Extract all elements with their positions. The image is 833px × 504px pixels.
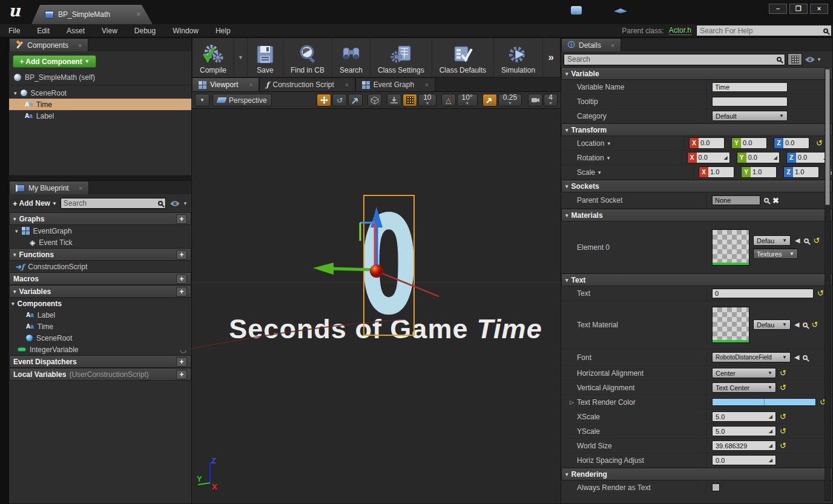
horiz-spacing-input[interactable]: 0.0◢: [712, 455, 776, 465]
add-local-variable-button[interactable]: +: [176, 370, 187, 379]
add-function-button[interactable]: +: [176, 250, 187, 260]
rotation-z-field[interactable]: Z0.0◢: [786, 152, 829, 163]
material-asset-dropdown[interactable]: Defau▼: [753, 235, 791, 246]
variable-time-row[interactable]: Aa Time: [9, 321, 191, 332]
details-tab-close-icon[interactable]: ×: [611, 42, 614, 49]
font-dropdown[interactable]: RobotoDistanceField▼: [712, 352, 791, 362]
variables-section-header[interactable]: ▾ Variables +: [9, 285, 191, 298]
tab-close-icon[interactable]: ×: [345, 82, 349, 88]
parent-class-link[interactable]: Actor.h: [669, 26, 691, 35]
maximize-button[interactable]: ❒: [789, 4, 808, 14]
graphs-section-header[interactable]: ▾ Graphs +: [9, 212, 191, 225]
details-search-input[interactable]: Search: [564, 54, 785, 65]
variable-section-header[interactable]: ▾ Variable: [561, 67, 832, 80]
always-render-checkbox[interactable]: [712, 483, 720, 491]
horizontal-alignment-dropdown[interactable]: Center▼: [712, 368, 776, 378]
xscale-input[interactable]: 5.0◢: [712, 411, 776, 422]
tooltip-input[interactable]: [712, 97, 788, 106]
find-in-cb-button[interactable]: Find in CB: [283, 38, 332, 77]
add-macro-button[interactable]: +: [176, 274, 187, 284]
collapsed-tab-strip[interactable]: [0, 38, 8, 504]
construction-script-row[interactable]: ➜ƒ ConstructionScript: [9, 261, 191, 272]
components-tab-close-icon[interactable]: ×: [78, 42, 82, 49]
reset-icon[interactable]: ↺: [813, 237, 820, 244]
visibility-filter-icon[interactable]: [170, 200, 179, 206]
yscale-input[interactable]: 5.0◢: [712, 426, 776, 436]
use-selected-asset-icon[interactable]: ◀: [794, 353, 799, 361]
scene-root-row[interactable]: ▾ SceneRoot: [9, 87, 191, 99]
text-material-thumbnail[interactable]: [712, 307, 749, 343]
scale-label[interactable]: Scale▾: [568, 168, 693, 177]
class-settings-button[interactable]: Class Settings: [370, 38, 432, 77]
text-material-dropdown[interactable]: Defau▼: [753, 319, 791, 330]
details-filter-eye-icon[interactable]: [805, 56, 814, 62]
add-dispatcher-button[interactable]: +: [176, 357, 187, 367]
feedback-icon[interactable]: [571, 6, 582, 15]
tab-viewport[interactable]: Viewport ×: [192, 77, 259, 91]
tutorial-icon[interactable]: [614, 8, 627, 13]
variable-label-row[interactable]: Aa Label: [9, 309, 191, 321]
camera-speed-button[interactable]: [528, 94, 542, 106]
location-z-field[interactable]: Z0.0: [774, 137, 809, 149]
menu-asset[interactable]: Asset: [58, 27, 93, 35]
event-tick-row[interactable]: ◈ Event Tick: [9, 237, 191, 248]
socket-search-icon[interactable]: [764, 198, 769, 203]
rendering-section-header[interactable]: ▾ Rendering: [561, 468, 832, 480]
viewport-options-dropdown[interactable]: ▼: [195, 94, 209, 106]
translate-tool-button[interactable]: [317, 94, 331, 106]
asset-tab-close-icon[interactable]: ×: [136, 10, 140, 19]
functions-section-header[interactable]: ▾ Functions +: [9, 248, 191, 261]
compile-options-dropdown[interactable]: ▼: [234, 38, 248, 77]
variable-integer-row[interactable]: IntegerVariable ◡: [9, 344, 191, 355]
location-y-field[interactable]: Y0.0: [731, 137, 767, 149]
my-blueprint-search-input[interactable]: Search: [61, 198, 166, 209]
text-input[interactable]: [712, 289, 814, 298]
details-scrollbar[interactable]: [825, 68, 831, 501]
minimize-button[interactable]: –: [769, 4, 787, 14]
label-component-row[interactable]: Aa Label: [9, 110, 191, 122]
sockets-section-header[interactable]: ▾ Sockets: [561, 180, 832, 192]
vertical-alignment-dropdown[interactable]: Text Center▼: [712, 382, 776, 393]
time-component-row[interactable]: Aa Time: [9, 99, 191, 110]
scale-z-field[interactable]: Z1.0: [783, 166, 819, 178]
expander-icon[interactable]: ▷: [570, 399, 574, 405]
use-selected-asset-icon[interactable]: ◀: [795, 237, 800, 244]
grid-snap-value-dropdown[interactable]: 10 ▼: [418, 94, 436, 106]
add-component-button[interactable]: + Add Component ▼: [13, 55, 96, 68]
chevron-down-icon[interactable]: ▼: [817, 57, 821, 62]
text-render-color-swatch[interactable]: [712, 398, 816, 406]
reset-icon[interactable]: ↺: [780, 413, 786, 421]
reset-icon[interactable]: ↺: [811, 321, 818, 329]
add-new-button[interactable]: + Add New ▼: [13, 199, 57, 208]
local-variables-section-header[interactable]: Local Variables (UserConstructionScript)…: [9, 368, 191, 381]
asset-tab[interactable]: BP_SimpleMath ×: [31, 5, 153, 24]
tab-close-icon[interactable]: ×: [425, 82, 429, 88]
my-blueprint-tab[interactable]: My Blueprint ×: [9, 181, 89, 194]
rotation-y-field[interactable]: Y0.0◢: [737, 152, 780, 163]
rotation-snap-toggle[interactable]: △: [441, 94, 456, 106]
rotation-label[interactable]: Rotation▾: [568, 154, 682, 162]
scale-y-field[interactable]: Y1.0: [741, 166, 777, 178]
browse-asset-icon[interactable]: [803, 355, 808, 360]
help-search-input[interactable]: Search For Help: [696, 25, 832, 36]
browse-asset-icon[interactable]: [803, 322, 808, 327]
simulation-button[interactable]: Simulation: [494, 38, 543, 77]
scale-snap-toggle[interactable]: [482, 94, 497, 106]
save-button[interactable]: Save: [248, 38, 283, 77]
location-x-field[interactable]: X0.0: [689, 137, 725, 149]
use-selected-asset-icon[interactable]: ◀: [794, 321, 799, 329]
add-variable-button[interactable]: +: [176, 287, 187, 296]
compile-button[interactable]: Compile: [193, 38, 234, 77]
transform-section-header[interactable]: ▾ Transform: [561, 123, 832, 136]
close-button[interactable]: ×: [810, 4, 828, 14]
event-dispatchers-section-header[interactable]: Event Dispatchers +: [9, 355, 191, 368]
coordinate-system-button[interactable]: [367, 94, 382, 106]
tab-close-icon[interactable]: ×: [249, 82, 252, 88]
reset-icon[interactable]: ↺: [780, 442, 786, 450]
transform-gizmo[interactable]: [192, 109, 561, 503]
scale-x-field[interactable]: X1.0: [699, 166, 734, 178]
expand-arrow-icon[interactable]: ▾: [15, 228, 18, 234]
macros-section-header[interactable]: Macros +: [9, 272, 191, 285]
reset-icon[interactable]: ↺: [780, 369, 786, 377]
material-thumbnail[interactable]: [712, 229, 749, 266]
